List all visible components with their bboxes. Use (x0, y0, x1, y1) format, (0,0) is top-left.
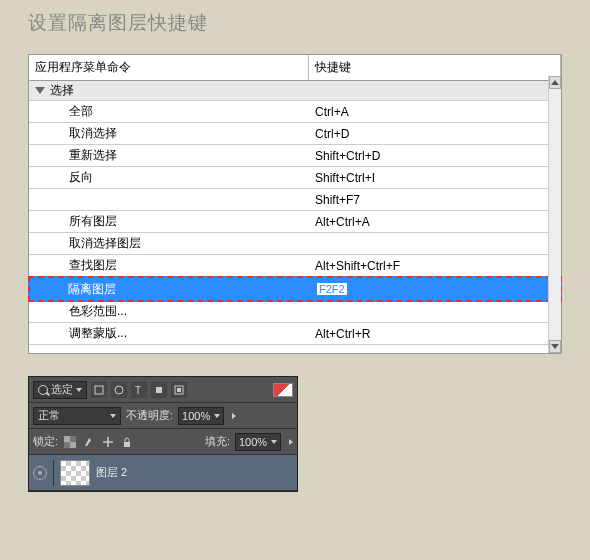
cmd-key: Ctrl+D (309, 127, 561, 141)
table-row[interactable]: 调整蒙版...Alt+Ctrl+R (29, 323, 561, 345)
table-header: 应用程序菜单命令 快捷键 (29, 55, 561, 81)
scrollbar[interactable] (548, 76, 561, 353)
filter-toggle[interactable] (273, 383, 293, 397)
table-row[interactable]: 重新选择Shift+Ctrl+D (29, 145, 561, 167)
cmd-key: Shift+Ctrl+D (309, 149, 561, 163)
blend-mode-dropdown[interactable]: 正常 (33, 407, 121, 425)
svg-rect-0 (95, 386, 103, 394)
dialog-title: 设置隔离图层快捷键 (0, 0, 590, 54)
svg-text:T: T (135, 385, 141, 395)
filter-type-dropdown[interactable]: 选定 (33, 381, 87, 399)
scroll-up-icon[interactable] (549, 76, 561, 89)
cmd-label: 所有图层 (29, 213, 309, 230)
cmd-label: 反向 (29, 169, 309, 186)
cmd-label: 取消选择 (29, 125, 309, 142)
table-row[interactable]: 反向Shift+Ctrl+I (29, 167, 561, 189)
cmd-key: Shift+Ctrl+I (309, 171, 561, 185)
cmd-key: Alt+Ctrl+R (309, 327, 561, 341)
cmd-label: 取消选择图层 (29, 235, 309, 252)
svg-rect-9 (124, 442, 130, 447)
layer-row[interactable]: 图层 2 (29, 455, 297, 491)
filter-adjust-icon[interactable] (111, 382, 127, 398)
chevron-down-icon (76, 388, 82, 392)
cmd-label: 重新选择 (29, 147, 309, 164)
layers-lock-row: 锁定: 填充: 100% (29, 429, 297, 455)
table-row[interactable]: 色彩范围... (29, 301, 561, 323)
shortcut-input[interactable]: F2 (316, 282, 348, 296)
table-row[interactable]: 全部Ctrl+A (29, 101, 561, 123)
svg-rect-3 (156, 387, 162, 393)
table-row[interactable]: 取消选择Ctrl+D (29, 123, 561, 145)
chevron-down-icon (214, 414, 220, 418)
filter-type-icon[interactable]: T (131, 382, 147, 398)
cmd-label: 调整蒙版... (29, 325, 309, 342)
svg-rect-8 (70, 442, 76, 448)
section-label: 选择 (50, 82, 74, 99)
lock-label: 锁定: (33, 434, 58, 449)
opacity-label: 不透明度: (126, 408, 173, 423)
opacity-input[interactable]: 100% (178, 407, 224, 425)
cmd-key: Alt+Shift+Ctrl+F (309, 259, 561, 273)
filter-shape-icon[interactable] (151, 382, 167, 398)
cmd-key: Shift+F7 (309, 193, 561, 207)
shortcut-table: 应用程序菜单命令 快捷键 选择 全部Ctrl+A 取消选择Ctrl+D 重新选择… (28, 54, 562, 354)
lock-paint-icon[interactable] (82, 435, 96, 449)
svg-point-1 (115, 386, 123, 394)
table-row[interactable]: Shift+F7 (29, 189, 561, 211)
scrubby-icon[interactable] (289, 439, 293, 445)
table-row[interactable]: 所有图层Alt+Ctrl+A (29, 211, 561, 233)
blend-label: 正常 (38, 408, 60, 423)
cmd-label: 全部 (29, 103, 309, 120)
scroll-down-icon[interactable] (549, 340, 561, 353)
table-row[interactable]: 查找图层Alt+Shift+Ctrl+F (29, 255, 561, 277)
cmd-label: 查找图层 (29, 257, 309, 274)
svg-rect-7 (64, 436, 70, 442)
lock-transparency-icon[interactable] (63, 435, 77, 449)
cmd-key: Alt+Ctrl+A (309, 215, 561, 229)
layers-blend-row: 正常 不透明度: 100% (29, 403, 297, 429)
cmd-label: 色彩范围... (29, 303, 309, 320)
lock-move-icon[interactable] (101, 435, 115, 449)
lock-all-icon[interactable] (120, 435, 134, 449)
layer-name[interactable]: 图层 2 (96, 465, 127, 480)
fill-value: 100% (239, 436, 267, 448)
collapse-icon (35, 87, 45, 94)
search-icon (38, 385, 48, 395)
cmd-key-edit: F2 (310, 282, 560, 296)
filter-smart-icon[interactable] (171, 382, 187, 398)
section-select[interactable]: 选择 (29, 81, 561, 101)
cmd-label: 隔离图层 (30, 281, 310, 298)
opacity-value: 100% (182, 410, 210, 422)
table-row-selected[interactable]: 隔离图层 F2 (28, 276, 562, 302)
visibility-icon[interactable] (33, 466, 47, 480)
scrubby-icon[interactable] (232, 413, 236, 419)
filter-label: 选定 (51, 382, 73, 397)
svg-rect-5 (177, 388, 181, 392)
cmd-key: Ctrl+A (309, 105, 561, 119)
fill-label: 填充: (205, 434, 230, 449)
header-command: 应用程序菜单命令 (29, 55, 309, 80)
layers-filter-row: 选定 T (29, 377, 297, 403)
layer-thumbnail[interactable] (60, 460, 90, 486)
fill-input[interactable]: 100% (235, 433, 281, 451)
layers-panel: 选定 T 正常 不透明度: 100% 锁定: 填充: 100% (28, 376, 298, 492)
chevron-down-icon (110, 414, 116, 418)
header-shortcut: 快捷键 (309, 55, 561, 80)
filter-pixel-icon[interactable] (91, 382, 107, 398)
chevron-down-icon (271, 440, 277, 444)
table-row[interactable]: 取消选择图层 (29, 233, 561, 255)
